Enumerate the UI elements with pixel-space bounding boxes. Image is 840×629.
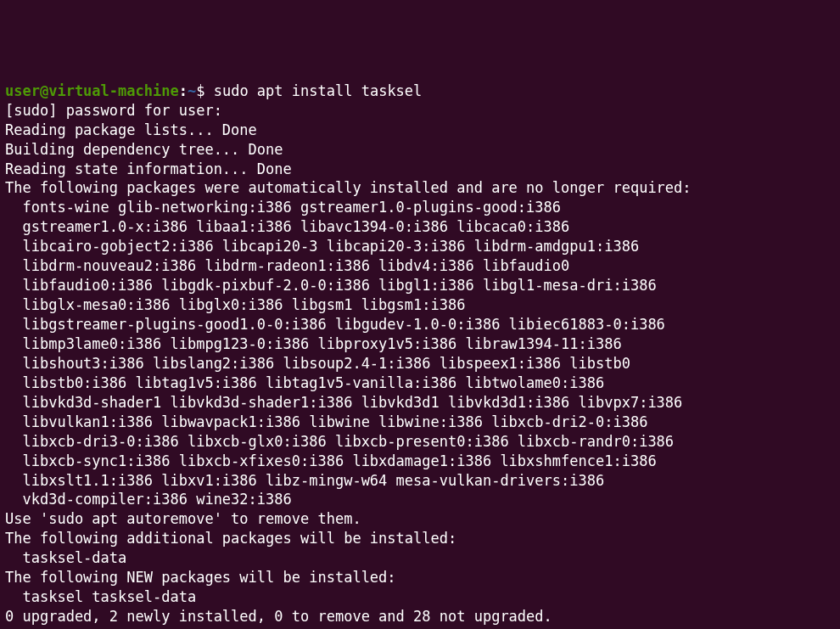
output-line: libglx-mesa0:i386 libglx0:i386 libgsm1 l… bbox=[5, 296, 465, 313]
output-line: Reading state information... Done bbox=[5, 160, 292, 177]
output-line: vkd3d-compiler:i386 wine32:i386 bbox=[5, 491, 292, 508]
prompt-line: user@virtual-machine:~$ sudo apt install… bbox=[5, 82, 422, 99]
command-text: sudo apt install tasksel bbox=[214, 82, 423, 99]
output-line: tasksel tasksel-data bbox=[5, 588, 196, 605]
prompt-path: ~ bbox=[188, 82, 196, 99]
output-line: The following NEW packages will be insta… bbox=[5, 569, 396, 586]
prompt-dollar: $ bbox=[196, 82, 213, 99]
output-line: libvulkan1:i386 libwavpack1:i386 libwine… bbox=[5, 413, 647, 430]
output-line: libvkd3d-shader1 libvkd3d-shader1:i386 l… bbox=[5, 394, 682, 411]
output-line: libcairo-gobject2:i386 libcapi20-3 libca… bbox=[5, 238, 639, 255]
output-line: Building dependency tree... Done bbox=[5, 141, 283, 158]
prompt-user-host: user@virtual-machine bbox=[5, 82, 179, 99]
output-line: 0 upgraded, 2 newly installed, 0 to remo… bbox=[5, 608, 552, 625]
output-line: libstb0:i386 libtag1v5:i386 libtag1v5-va… bbox=[5, 374, 604, 391]
output-line: libdrm-nouveau2:i386 libdrm-radeon1:i386… bbox=[5, 257, 569, 274]
output-line: libxcb-sync1:i386 libxcb-xfixes0:i386 li… bbox=[5, 452, 657, 469]
output-line: tasksel-data bbox=[5, 549, 126, 566]
output-line: The following packages were automaticall… bbox=[5, 179, 692, 196]
output-line: libxslt1.1:i386 libxv1:i386 libz-mingw-w… bbox=[5, 472, 604, 489]
output-line: libxcb-dri3-0:i386 libxcb-glx0:i386 libx… bbox=[5, 433, 674, 450]
output-line: gstreamer1.0-x:i386 libaa1:i386 libavc13… bbox=[5, 218, 569, 235]
output-line: [sudo] password for user: bbox=[5, 102, 222, 119]
prompt-colon: : bbox=[179, 82, 188, 99]
output-line: fonts-wine glib-networking:i386 gstreame… bbox=[5, 199, 561, 216]
terminal[interactable]: user@virtual-machine:~$ sudo apt install… bbox=[5, 81, 835, 629]
output-line: Use 'sudo apt autoremove' to remove them… bbox=[5, 510, 361, 527]
output-line: libshout3:i386 libslang2:i386 libsoup2.4… bbox=[5, 355, 630, 372]
output-line: The following additional packages will b… bbox=[5, 530, 456, 547]
output-line: libfaudio0:i386 libgdk-pixbuf-2.0-0:i386… bbox=[5, 277, 657, 294]
output-line: Reading package lists... Done bbox=[5, 121, 257, 138]
output-line: libmp3lame0:i386 libmpg123-0:i386 libpro… bbox=[5, 335, 622, 352]
output-line: libgstreamer-plugins-good1.0-0:i386 libg… bbox=[5, 316, 665, 333]
